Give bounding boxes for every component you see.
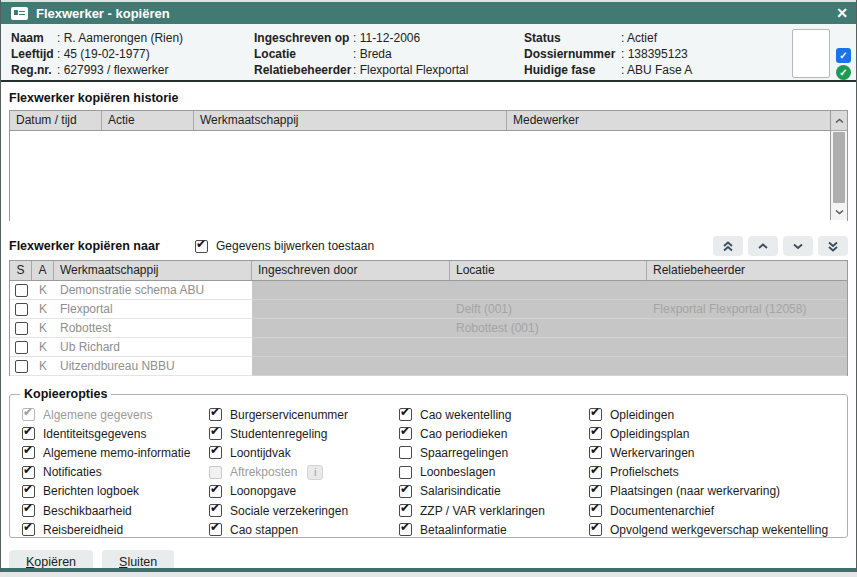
checkbox-box <box>22 485 35 498</box>
option-opleidingen[interactable]: Opleidingen <box>589 405 847 424</box>
option-burgerservicenummer[interactable]: Burgerservicenummer <box>209 405 399 424</box>
option-reisbereidheid[interactable]: Reisbereidheid <box>22 520 209 539</box>
option-betaalinformatie[interactable]: Betaalinformatie <box>399 520 589 539</box>
row-select-checkbox[interactable] <box>15 303 28 316</box>
move-down-button[interactable] <box>783 236 813 256</box>
history-table-header: Datum / tijd Actie Werkmaatschappij Mede… <box>10 111 847 131</box>
row-ingeschreven-door <box>252 300 450 319</box>
column-header-locatie: Locatie <box>450 261 647 281</box>
option-documentenarchief[interactable]: Documentenarchief <box>589 501 847 520</box>
option-beschikbaarheid[interactable]: Beschikbaarheid <box>22 501 209 520</box>
checkbox-box <box>209 408 222 421</box>
column-header-werkmaatschappij: Werkmaatschappij <box>54 261 252 281</box>
checkbox-box <box>209 504 222 517</box>
copy-to-section-title: Flexwerker kopiëren naar <box>9 239 195 253</box>
table-row[interactable]: K Flexportal Delft (001) Flexportal Flex… <box>10 300 847 319</box>
option-loonbeslagen[interactable]: Loonbeslagen <box>399 463 589 482</box>
move-to-top-button[interactable] <box>713 236 743 256</box>
field-value: : 45 (19-02-1977) <box>57 47 150 61</box>
option-salarisindicatie[interactable]: Salarisindicatie <box>399 482 589 501</box>
option-cao-wekentelling[interactable]: Cao wekentelling <box>399 405 589 424</box>
copy-options-legend: Kopieeropties <box>20 387 111 401</box>
checkbox-box <box>209 466 222 479</box>
checkbox-box <box>209 446 222 459</box>
row-select-checkbox[interactable] <box>15 360 28 373</box>
info-icon[interactable]: i <box>307 465 323 480</box>
row-relatiebeheerder <box>647 319 847 338</box>
field-value: : ABU Fase A <box>621 63 692 77</box>
row-ingeschreven-door <box>252 319 450 338</box>
option-algemene-memo-informatie[interactable]: Algemene memo-informatie <box>22 443 209 462</box>
field-value: : R. Aamerongen (Rien) <box>57 31 183 45</box>
footer-button-bar: Kopiëren Sluiten <box>9 550 848 568</box>
table-row[interactable]: K Robottest Robottest (001) <box>10 319 847 338</box>
field-label: Huidige fase <box>524 62 621 78</box>
field-label: Naam <box>11 30 57 46</box>
allow-update-checkbox[interactable]: Gegevens bijwerken toestaan <box>195 239 374 253</box>
column-header-a: A <box>32 261 54 281</box>
close-icon[interactable]: ✕ <box>836 6 848 20</box>
checkbox-label: Gegevens bijwerken toestaan <box>216 239 374 253</box>
scroll-down-icon[interactable] <box>831 204 847 220</box>
option-plaatsingen[interactable]: Plaatsingen (naar werkervaring) <box>589 482 847 501</box>
row-select-checkbox[interactable] <box>15 322 28 335</box>
column-header-medewerker: Medewerker <box>507 111 847 131</box>
copy-button[interactable]: Kopiëren <box>9 550 93 568</box>
header-column-3: Status: Actief Dossiernummer: 138395123 … <box>524 30 692 78</box>
table-row[interactable]: K Demonstratie schema ABU <box>10 281 847 300</box>
table-row[interactable]: K Uitzendbureau NBBU <box>10 357 847 376</box>
row-a-flag: K <box>32 357 54 376</box>
row-werkmaatschappij: Robottest <box>54 319 252 338</box>
option-notificaties[interactable]: Notificaties <box>22 463 209 482</box>
move-to-bottom-button[interactable] <box>818 236 848 256</box>
option-spaarregelingen[interactable]: Spaarregelingen <box>399 443 589 462</box>
close-button[interactable]: Sluiten <box>102 550 174 568</box>
header-column-1: Naam: R. Aamerongen (Rien) Leeftijd: 45 … <box>11 30 183 78</box>
checkbox-box <box>22 408 35 421</box>
move-up-button[interactable] <box>748 236 778 256</box>
option-werkervaringen[interactable]: Werkervaringen <box>589 443 847 462</box>
scrollbar-thumb[interactable] <box>833 132 845 203</box>
options-column-3: Cao wekentelling Cao periodieken Spaarre… <box>399 405 589 539</box>
option-loonopgave[interactable]: Loonopgave <box>209 482 399 501</box>
table-row[interactable]: K Ub Richard <box>10 338 847 357</box>
row-select-checkbox[interactable] <box>15 284 28 297</box>
field-label: Relatiebeheerder <box>254 62 353 78</box>
option-algemene-gegevens[interactable]: Algemene gegevens <box>22 405 209 424</box>
option-loontijdvak[interactable]: Loontijdvak <box>209 443 399 462</box>
option-opleidingsplan[interactable]: Opleidingsplan <box>589 424 847 443</box>
header-column-2: Ingeschreven op: 11-12-2006 Locatie: Bre… <box>254 30 468 78</box>
column-header-werkmaatschappij: Werkmaatschappij <box>194 111 507 131</box>
option-cao-periodieken[interactable]: Cao periodieken <box>399 424 589 443</box>
option-cao-stappen[interactable]: Cao stappen <box>209 520 399 539</box>
dialog-body: Flexwerker kopiëren historie Datum / tij… <box>1 82 856 568</box>
option-opvolgend-werkgeverschap[interactable]: Opvolgend werkgeverschap wekentelling <box>589 520 847 539</box>
row-select-checkbox[interactable] <box>15 341 28 354</box>
window-bottom-edge <box>1 568 856 572</box>
column-header-actie: Actie <box>102 111 194 131</box>
option-profielschets[interactable]: Profielschets <box>589 463 847 482</box>
history-scrollbar[interactable] <box>830 111 847 220</box>
copy-options-fieldset: Kopieeropties Algemene gegevens Identite… <box>9 387 848 538</box>
option-studentenregeling[interactable]: Studentenregeling <box>209 424 399 443</box>
scroll-up-icon[interactable] <box>831 111 847 131</box>
checkbox-box <box>589 427 602 440</box>
field-value: : Flexportal Flexportal <box>353 63 468 77</box>
field-label: Status <box>524 30 621 46</box>
checkbox-box <box>589 523 602 536</box>
option-identiteitsgegevens[interactable]: Identiteitsgegevens <box>22 424 209 443</box>
checkbox-box <box>22 466 35 479</box>
options-column-4: Opleidingen Opleidingsplan Werkervaringe… <box>589 405 847 539</box>
field-label: Reg.nr. <box>11 62 57 78</box>
option-zzp-var-verklaringen[interactable]: ZZP / VAR verklaringen <box>399 501 589 520</box>
field-value: : Actief <box>621 31 657 45</box>
history-table-empty-body <box>10 131 847 221</box>
row-locatie <box>450 357 647 376</box>
option-berichten-logboek[interactable]: Berichten logboek <box>22 482 209 501</box>
row-a-flag: K <box>32 281 54 300</box>
option-aftrekposten[interactable]: Aftrekposteni <box>209 463 399 482</box>
checkbox-box <box>589 485 602 498</box>
column-header-datum-tijd: Datum / tijd <box>10 111 102 131</box>
copy-to-table-header: S A Werkmaatschappij Ingeschreven door L… <box>10 261 847 281</box>
option-sociale-verzekeringen[interactable]: Sociale verzekeringen <box>209 501 399 520</box>
